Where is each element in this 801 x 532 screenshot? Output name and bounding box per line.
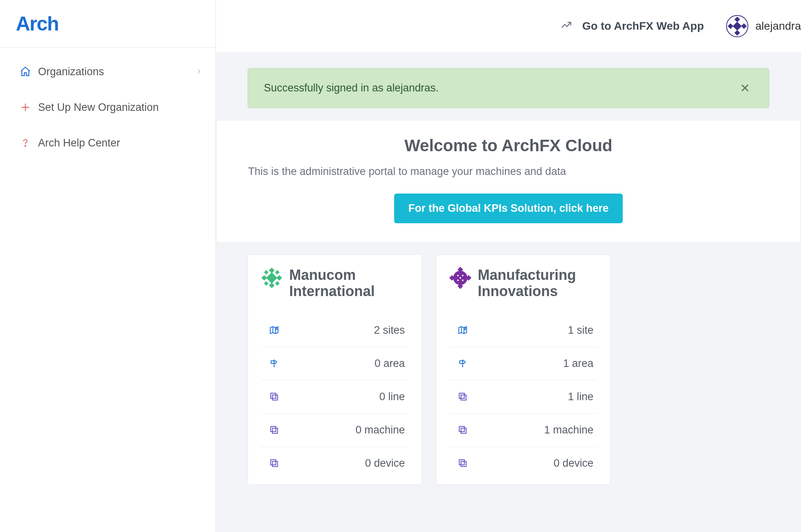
svg-point-0 (25, 146, 26, 146)
svg-rect-21 (271, 460, 276, 465)
signin-alert: Successfully signed in as alejandras. ✕ (248, 68, 769, 108)
org-title: Manufacturing Innovations (478, 267, 597, 300)
stat-value: 0 line (379, 391, 405, 403)
layers-icon (457, 458, 468, 469)
svg-rect-35 (461, 395, 466, 400)
stat-row-area: 0 area (261, 347, 409, 380)
plus-icon (13, 102, 38, 113)
stat-row-device: 0 device (449, 447, 597, 480)
svg-rect-39 (461, 462, 466, 467)
welcome-title: Welcome to ArchFX Cloud (248, 136, 769, 155)
sidebar-item-label: Organizations (38, 66, 195, 78)
svg-rect-11 (264, 270, 268, 274)
layers-icon (269, 424, 280, 435)
org-card-manucom[interactable]: Manucom International 2 sites 0 area (248, 255, 422, 485)
stat-value: 1 machine (544, 424, 593, 436)
sidebar-item-organizations[interactable]: Organizations (0, 54, 216, 89)
chevron-right-icon (195, 66, 203, 78)
svg-rect-36 (459, 427, 464, 432)
svg-point-16 (275, 328, 277, 330)
close-icon[interactable]: ✕ (737, 80, 753, 97)
map-icon (269, 325, 280, 336)
svg-rect-19 (271, 427, 276, 432)
org-title: Manucom International (289, 267, 409, 300)
content-area: Successfully signed in as alejandras. ✕ … (216, 52, 801, 532)
topbar: Go to ArchFX Web App alejandra (216, 0, 801, 52)
stat-row-device: 0 device (261, 447, 409, 480)
svg-rect-18 (273, 395, 278, 400)
svg-point-32 (460, 277, 461, 279)
user-menu[interactable]: alejandra (726, 15, 801, 37)
layers-icon (457, 391, 468, 402)
sidebar-item-help-center[interactable]: Arch Help Center (0, 125, 216, 161)
svg-point-30 (457, 279, 459, 281)
stat-row-sites: 1 site (449, 314, 597, 347)
welcome-panel: Welcome to ArchFX Cloud This is the admi… (216, 120, 801, 243)
global-kpis-button[interactable]: For the Global KPIs Solution, click here (394, 194, 623, 223)
layers-icon (269, 458, 280, 469)
sidebar-item-label: Set Up New Organization (38, 101, 203, 114)
stat-value: 2 sites (374, 324, 405, 336)
svg-point-28 (457, 275, 459, 276)
sidebar: Arch Organizations Set Up New Organizati… (0, 0, 216, 532)
avatar (726, 15, 748, 37)
svg-rect-13 (264, 281, 268, 285)
home-icon (13, 66, 38, 78)
stat-row-machine: 1 machine (449, 414, 597, 447)
org-badge-icon (449, 267, 471, 289)
map-icon (457, 325, 468, 336)
stat-row-machine: 0 machine (261, 414, 409, 447)
stat-value: 1 line (568, 391, 593, 403)
brand-name: Arch (16, 12, 59, 35)
stat-value: 0 machine (355, 424, 405, 436)
question-icon (13, 138, 38, 148)
layers-icon (457, 424, 468, 435)
org-badge-icon (261, 267, 283, 289)
svg-point-31 (462, 279, 463, 281)
svg-rect-20 (273, 428, 278, 433)
org-card-manufacturing-innovations[interactable]: Manufacturing Innovations 1 site 1 area (436, 255, 610, 485)
trend-up-icon (560, 19, 573, 34)
logo[interactable]: Arch (0, 0, 216, 48)
svg-rect-14 (275, 281, 279, 285)
svg-rect-17 (271, 393, 276, 399)
stat-value: 1 site (568, 324, 593, 336)
alert-message: Successfully signed in as alejandras. (264, 82, 439, 94)
stat-value: 0 device (553, 457, 593, 469)
stat-row-area: 1 area (449, 347, 597, 380)
svg-rect-22 (273, 462, 278, 467)
svg-point-29 (462, 275, 463, 276)
stat-value: 1 area (563, 357, 593, 370)
welcome-subtitle: This is the administrative portal to man… (248, 165, 769, 178)
username: alejandra (755, 20, 801, 32)
go-to-webapp-link[interactable]: Go to ArchFX Web App (560, 19, 704, 34)
stat-value: 0 area (374, 357, 405, 370)
svg-point-33 (464, 328, 465, 330)
stat-row-line: 1 line (449, 380, 597, 414)
signpost-icon (269, 358, 280, 369)
topbar-link-label: Go to ArchFX Web App (582, 20, 704, 32)
stat-row-line: 0 line (261, 380, 409, 414)
svg-rect-38 (459, 460, 464, 465)
layers-icon (269, 391, 280, 402)
stat-row-sites: 2 sites (261, 314, 409, 347)
svg-rect-12 (275, 270, 279, 274)
svg-rect-34 (459, 393, 464, 399)
stat-value: 0 device (365, 457, 405, 469)
sidebar-item-label: Arch Help Center (38, 137, 203, 149)
sidebar-nav: Organizations Set Up New Organization Ar… (0, 48, 216, 161)
svg-rect-15 (266, 272, 277, 283)
org-cards-row: Manucom International 2 sites 0 area (216, 255, 801, 517)
sidebar-item-new-organization[interactable]: Set Up New Organization (0, 89, 216, 125)
signpost-icon (457, 358, 468, 369)
svg-rect-37 (461, 428, 466, 433)
